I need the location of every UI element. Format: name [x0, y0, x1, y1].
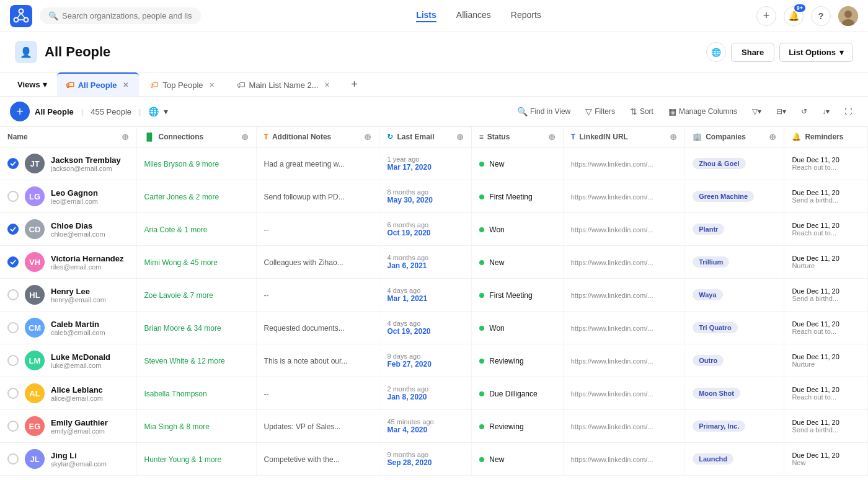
company-badge-9[interactable]: Primary, Inc. [693, 421, 745, 432]
linkedin-url-8[interactable]: https://www.linkedin.com/... [571, 390, 653, 398]
company-badge-2[interactable]: Green Machine [693, 191, 754, 202]
tab-top-people[interactable]: 🏷 Top People ✕ [141, 72, 225, 96]
connections-link-1[interactable]: Miles Bryson & 9 more [144, 160, 219, 168]
row-checkbox-6[interactable] [7, 322, 19, 333]
fullscreen-button[interactable]: ⛶ [838, 104, 858, 119]
tab-top-people-close[interactable]: ✕ [207, 80, 217, 90]
col-email-add-icon[interactable]: ⊕ [456, 132, 464, 142]
linkedin-url-10[interactable]: https://www.linkedin.com/... [571, 456, 653, 463]
linkedin-url-2[interactable]: https://www.linkedin.com/... [571, 193, 653, 201]
company-badge-4[interactable]: Trillium [693, 256, 729, 268]
person-name-8[interactable]: Alice Leblanc [51, 385, 103, 395]
company-badge-7[interactable]: Outro [693, 355, 724, 366]
row-checkbox-1[interactable] [7, 158, 19, 169]
add-record-button[interactable]: + [10, 102, 30, 121]
visibility-button[interactable]: 🌐 [706, 42, 726, 62]
company-badge-5[interactable]: Waya [693, 289, 722, 300]
find-in-view-button[interactable]: 🔍 Find in View [511, 103, 577, 120]
cell-status-8: Due Dilligance [471, 377, 563, 410]
person-email-5: henry@email.com [51, 296, 106, 303]
nav-reports[interactable]: Reports [511, 10, 541, 22]
person-name-5[interactable]: Henry Lee [51, 287, 106, 296]
add-button[interactable]: + [756, 6, 776, 26]
connections-link-4[interactable]: Mimi Wong & 45 more [144, 258, 218, 267]
company-badge-3[interactable]: Plantr [693, 224, 724, 235]
linkedin-url-3[interactable]: https://www.linkedin.com/... [571, 226, 653, 233]
sort-button[interactable]: ⇅ Sort [624, 103, 660, 120]
linkedin-url-4[interactable]: https://www.linkedin.com/... [571, 259, 653, 266]
linkedin-url-6[interactable]: https://www.linkedin.com/... [571, 325, 653, 332]
status-text-5: First Meeting [489, 291, 532, 300]
person-name-3[interactable]: Chloe Dias [51, 221, 105, 230]
person-info-10: Jing Li skylar@email.com [51, 451, 107, 468]
linkedin-url-7[interactable]: https://www.linkedin.com/... [571, 357, 653, 365]
connections-link-8[interactable]: Isabella Thompson [144, 390, 207, 398]
connections-link-10[interactable]: Hunter Young & 1 more [144, 455, 222, 464]
person-name-4[interactable]: Victoria Hernandez [51, 254, 124, 263]
company-badge-8[interactable]: Moon Shot [693, 388, 740, 399]
col-notes-add-icon[interactable]: ⊕ [364, 132, 371, 142]
search-bar[interactable]: 🔍 [40, 7, 201, 24]
connections-link-5[interactable]: Zoe Lavoie & 7 more [144, 291, 213, 300]
row-checkbox-4[interactable] [7, 256, 19, 268]
app-logo[interactable] [10, 5, 32, 27]
person-name-2[interactable]: Leo Gagnon [51, 188, 98, 198]
person-avatar-1: JT [25, 154, 45, 173]
views-button[interactable]: Views ▾ [10, 74, 55, 95]
col-connections-add-icon[interactable]: ⊕ [241, 132, 249, 142]
refresh-button[interactable]: ↺ [795, 104, 813, 119]
col-name-add-icon[interactable]: ⊕ [122, 132, 129, 142]
email-date-1: Mar 17, 2020 [387, 163, 463, 172]
person-email-4: riles@email.com [51, 263, 124, 271]
company-badge-1[interactable]: Zhou & Goel [693, 158, 745, 169]
person-name-10[interactable]: Jing Li [51, 451, 107, 460]
row-checkbox-3[interactable] [7, 224, 19, 235]
toolbar-globe-icon[interactable]: 🌐 [148, 107, 159, 116]
connections-link-9[interactable]: Mia Singh & 8 more [144, 422, 210, 431]
connections-link-3[interactable]: Aria Cote & 1 more [144, 225, 208, 234]
col-status-add-icon[interactable]: ⊕ [548, 132, 556, 142]
status-dot-2 [479, 194, 484, 199]
sort-icon: ⇅ [630, 107, 637, 116]
row-checkbox-2[interactable] [7, 191, 19, 202]
person-name-9[interactable]: Emily Gauthier [51, 418, 108, 427]
row-checkbox-5[interactable] [7, 289, 19, 300]
connections-link-2[interactable]: Carter Jones & 2 more [144, 193, 219, 201]
col-companies-add-icon[interactable]: ⊕ [769, 132, 776, 142]
email-date-2: May 30, 2020 [387, 196, 463, 204]
person-name-7[interactable]: Luke McDonald [51, 352, 110, 362]
row-checkbox-10[interactable] [7, 453, 19, 465]
user-avatar[interactable] [838, 6, 858, 26]
share-button[interactable]: Share [731, 43, 774, 62]
manage-columns-button[interactable]: ▦ Manage Columns [662, 103, 743, 120]
filters-button[interactable]: ▽ Filters [579, 103, 621, 120]
linkedin-url-1[interactable]: https://www.linkedin.com/... [571, 160, 653, 168]
tab-main-list-close[interactable]: ✕ [322, 80, 332, 90]
tab-all-people-close[interactable]: ✕ [120, 80, 130, 90]
connections-link-6[interactable]: Brian Moore & 34 more [144, 324, 221, 333]
search-input[interactable] [62, 11, 192, 20]
person-name-6[interactable]: Caleb Martin [51, 320, 105, 329]
toolbar-globe-chevron[interactable]: ▾ [164, 107, 168, 116]
notifications-button[interactable]: 🔔 9+ [784, 6, 804, 26]
linkedin-url-9[interactable]: https://www.linkedin.com/... [571, 423, 653, 430]
tab-all-people[interactable]: 🏷 All People ✕ [57, 72, 140, 96]
row-checkbox-8[interactable] [7, 388, 19, 399]
view-toggle-button[interactable]: ⊟▾ [770, 104, 792, 119]
list-options-button[interactable]: List Options ▾ [779, 43, 853, 62]
help-button[interactable]: ? [811, 6, 831, 26]
company-badge-10[interactable]: Launchd [693, 453, 733, 465]
company-badge-6[interactable]: Tri Quatro [693, 322, 738, 333]
connections-link-7[interactable]: Steven White & 12 more [144, 357, 225, 365]
row-checkbox-7[interactable] [7, 355, 19, 366]
tab-main-list[interactable]: 🏷 Main List Name 2... ✕ [228, 72, 341, 96]
col-linkedin-add-icon[interactable]: ⊕ [670, 132, 677, 142]
linkedin-url-5[interactable]: https://www.linkedin.com/... [571, 292, 653, 299]
nav-lists[interactable]: Lists [416, 10, 436, 22]
row-checkbox-9[interactable] [7, 421, 19, 432]
person-name-1[interactable]: Jackson Tremblay [51, 155, 121, 165]
filter-extra-button[interactable]: ▽▾ [746, 104, 768, 119]
nav-alliances[interactable]: Alliances [456, 10, 491, 22]
download-button[interactable]: ↓▾ [816, 104, 836, 119]
add-tab-button[interactable]: + [346, 76, 363, 93]
